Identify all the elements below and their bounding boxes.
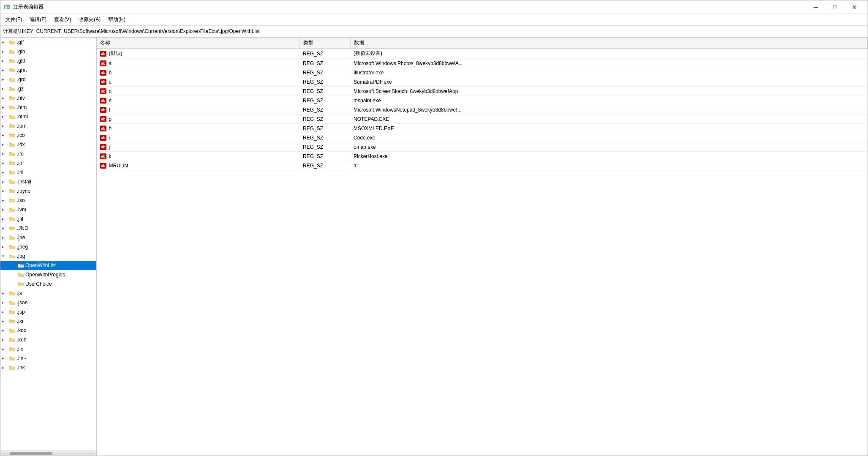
expand-icon: ▸: [2, 208, 8, 212]
tree-item-ivm[interactable]: ▸.ivm: [0, 205, 96, 214]
tree-item-ipynb[interactable]: ▸.ipynb: [0, 186, 96, 196]
horizontal-scrollbar[interactable]: [0, 451, 96, 456]
expand-icon: ▸: [2, 96, 8, 100]
expand-icon: ▾: [2, 254, 8, 258]
expand-icon: ▸: [2, 105, 8, 109]
menu-file[interactable]: 文件(F): [2, 15, 25, 24]
main-content: ▸.gif▸.glb▸.gltf▸.gmt▸.grd▸.gz▸.hlv▸.htm…: [0, 38, 868, 456]
table-row[interactable]: abbREG_SZIllustrator.exe: [97, 68, 868, 77]
tree-item-UserChoice[interactable]: UserChoice: [0, 279, 96, 289]
col-type: 类型: [299, 38, 350, 49]
tree-item-ico[interactable]: ▸.ico: [0, 131, 96, 140]
tree-item-OpenWithList[interactable]: OpenWithList: [0, 261, 96, 270]
address-bar: 计算机\HKEY_CURRENT_USER\Software\Microsoft…: [0, 26, 868, 38]
table-row[interactable]: abjREG_SZomap.exe: [97, 142, 868, 152]
expand-icon: ▸: [2, 319, 8, 323]
cell-type: REG_SZ: [299, 133, 350, 142]
tree-item-jxr[interactable]: ▸.jxr: [0, 317, 96, 326]
window-title: 注册表编辑器: [13, 3, 44, 11]
expand-icon: ▸: [2, 59, 8, 63]
minimize-button[interactable]: ─: [806, 0, 825, 14]
tree-item-kdc[interactable]: ▸.kdc: [0, 326, 96, 335]
tree-item-OpenWithProgids[interactable]: OpenWithProgids: [0, 270, 96, 279]
table-row[interactable]: abdREG_SZMicrosoft.ScreenSketch_8wekyb3d…: [97, 87, 868, 96]
tree-item-jfif[interactable]: ▸.jfif: [0, 214, 96, 224]
table-row[interactable]: abkREG_SZPickerHost.exe: [97, 152, 868, 161]
close-button[interactable]: ✕: [845, 0, 864, 14]
tree-item-label: .ico: [17, 132, 25, 138]
tree-item-hlv[interactable]: ▸.hlv: [0, 93, 96, 103]
tree-item-jpeg[interactable]: ▸.jpeg: [0, 242, 96, 251]
svg-rect-3: [5, 8, 7, 9]
tree-item-lnk[interactable]: ▸.lnk: [0, 363, 96, 372]
tree-item-JNB[interactable]: ▸.JNB: [0, 224, 96, 233]
tree-item-idx[interactable]: ▸.idx: [0, 140, 96, 149]
folder-icon: [9, 234, 16, 241]
expand-icon: ▸: [2, 338, 8, 342]
data-table[interactable]: 名称 类型 数据 ab(默认)REG_SZ(数值未设置)abaREG_SZMic…: [97, 38, 868, 456]
expand-icon: ▸: [2, 40, 8, 44]
table-row[interactable]: abfREG_SZMicrosoft.WindowsNotepad_8wekyb…: [97, 105, 868, 115]
tree-item-install[interactable]: ▸.install: [0, 177, 96, 186]
tree-item-lin[interactable]: ▸.lin: [0, 344, 96, 354]
tree-scroll[interactable]: ▸.gif▸.glb▸.gltf▸.gmt▸.grd▸.gz▸.hlv▸.htm…: [0, 38, 96, 451]
tree-item-gif[interactable]: ▸.gif: [0, 38, 96, 47]
table-row[interactable]: abaREG_SZMicrosoft.Windows.Photos_8wekyb…: [97, 59, 868, 68]
tree-item-ibm[interactable]: ▸.ibm: [0, 121, 96, 131]
folder-icon: [9, 104, 16, 111]
registry-table: 名称 类型 数据 ab(默认)REG_SZ(数值未设置)abaREG_SZMic…: [97, 38, 868, 170]
table-row[interactable]: abeREG_SZmspaint.exe: [97, 96, 868, 105]
menu-view[interactable]: 查看(V): [51, 15, 74, 24]
folder-icon: [9, 253, 16, 259]
tree-item-grd[interactable]: ▸.grd: [0, 75, 96, 84]
expand-icon: ▸: [2, 68, 8, 72]
tree-item-kdh[interactable]: ▸.kdh: [0, 335, 96, 344]
table-row[interactable]: ab(默认)REG_SZ(数值未设置): [97, 49, 868, 59]
tree-item-htm[interactable]: ▸.htm: [0, 103, 96, 112]
folder-icon: [9, 364, 16, 371]
menu-favorites[interactable]: 收藏夹(A): [75, 15, 104, 24]
tree-item-label: .gif: [17, 39, 24, 45]
tree-item-jsp[interactable]: ▸.jsp: [0, 307, 96, 317]
tree-item-gmt[interactable]: ▸.gmt: [0, 66, 96, 75]
cell-name: abg: [97, 115, 299, 124]
maximize-button[interactable]: □: [825, 0, 845, 14]
cell-name: abj: [97, 142, 299, 152]
tree-item-jpg[interactable]: ▾.jpg: [0, 251, 96, 261]
tree-item-inf[interactable]: ▸.inf: [0, 158, 96, 168]
tree-item-ini[interactable]: ▸.ini: [0, 168, 96, 177]
menu-edit[interactable]: 编辑(E): [26, 15, 50, 24]
folder-icon: [9, 169, 16, 176]
cell-name: abMRUList: [97, 161, 299, 170]
table-row[interactable]: abcREG_SZSumatraPDF.exe: [97, 77, 868, 87]
tree-item-label: .iso: [17, 197, 25, 203]
tree-item-gltf[interactable]: ▸.gltf: [0, 56, 96, 66]
tree-item-label: .idx: [17, 142, 25, 147]
tree-item-label: .ini: [17, 169, 23, 175]
tree-item-html[interactable]: ▸.html: [0, 112, 96, 121]
scrollbar-thumb[interactable]: [10, 452, 52, 455]
cell-name: abi: [97, 133, 299, 142]
cell-data: NOTEPAD.EXE: [350, 115, 868, 124]
tree-item-ifo[interactable]: ▸.ifo: [0, 149, 96, 158]
table-row[interactable]: abhREG_SZMSOXMLED.EXE: [97, 124, 868, 133]
expand-icon: ▸: [2, 291, 8, 295]
tree-item-json[interactable]: ▸.json: [0, 298, 96, 307]
table-row[interactable]: abMRUListREG_SZa: [97, 161, 868, 170]
tree-item-label: .ipynb: [17, 188, 30, 194]
menu-help[interactable]: 帮助(H): [105, 15, 129, 24]
tree-item-js[interactable]: ▸.js: [0, 289, 96, 298]
folder-icon: [9, 243, 16, 250]
tree-item-jpe[interactable]: ▸.jpe: [0, 233, 96, 242]
table-row[interactable]: abgREG_SZNOTEPAD.EXE: [97, 115, 868, 124]
cell-name: abb: [97, 68, 299, 77]
table-row[interactable]: abiREG_SZCode.exe: [97, 133, 868, 142]
tree-item-gz[interactable]: ▸.gz: [0, 84, 96, 93]
tree-item-iso[interactable]: ▸.iso: [0, 196, 96, 205]
tree-item-lin~[interactable]: ▸.lin~: [0, 354, 96, 363]
tree-item-glb[interactable]: ▸.glb: [0, 47, 96, 56]
regedit-icon: [4, 4, 11, 11]
col-name: 名称: [97, 38, 299, 49]
folder-icon: [9, 67, 16, 74]
expand-icon: ▸: [2, 366, 8, 370]
